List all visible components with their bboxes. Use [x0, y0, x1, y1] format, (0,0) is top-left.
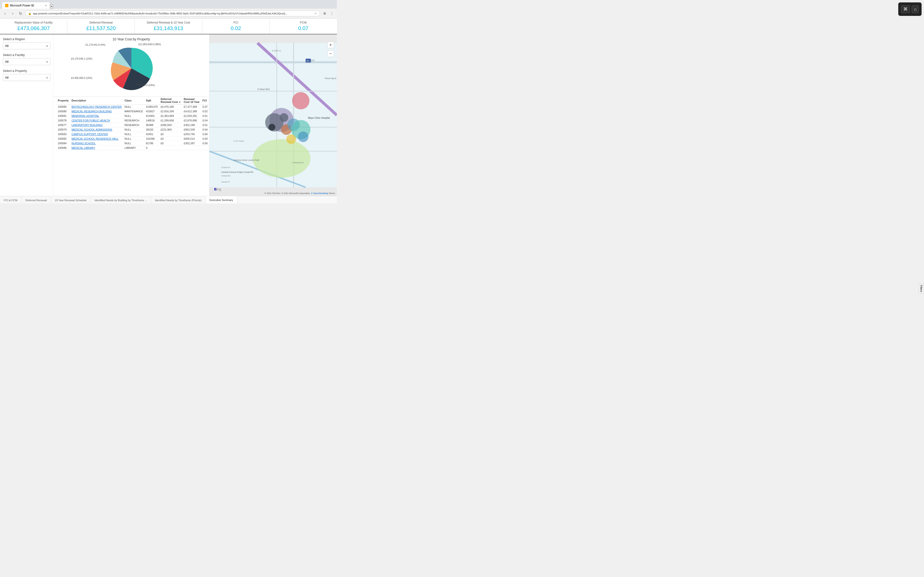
- filter-region-select[interactable]: All ∨: [3, 42, 50, 49]
- bottom-tab-0[interactable]: FCI & FCNI: [0, 196, 22, 203]
- bottom-tab-2[interactable]: 10 Year Renewal Schedule: [51, 196, 91, 203]
- filter-facility-select[interactable]: All ∨: [3, 58, 50, 65]
- cell-description[interactable]: MEDICAL SCHOOL RESIDENCE HALL: [70, 137, 123, 141]
- kpi-fci-value: 0.02: [206, 25, 266, 32]
- openstreetmap-link[interactable]: © OpenStreetMap: [311, 192, 328, 195]
- cell-renewal10: £7,377,469: [183, 105, 201, 109]
- table-row[interactable]: 100577 LABORATORY BUILDING RESEARCH 9548…: [56, 123, 209, 127]
- filter-facility-label: Select a Facility: [3, 53, 50, 57]
- map-zoom-in-button[interactable]: +: [327, 42, 334, 48]
- cell-property: 100585: [56, 105, 70, 109]
- lock-icon: 🔒: [28, 12, 32, 15]
- cell-fci: 0.04: [201, 127, 209, 132]
- table-row[interactable]: 100582 MEDICAL SCHOOL RESIDENCE HALL NUL…: [56, 137, 209, 141]
- cell-class: RESEARCH: [123, 118, 144, 123]
- address-bar[interactable]: 🔒 app.powerbi.com/reportEmbed?reportId=0…: [25, 11, 320, 16]
- kpi-deferred-value: £11,537,520: [71, 25, 131, 32]
- cell-deferred: £0: [159, 141, 182, 146]
- cell-deferred: £2,363,069: [159, 114, 182, 118]
- cell-property: 100579: [56, 127, 70, 132]
- new-tab-button[interactable]: +: [50, 4, 53, 9]
- extensions-button[interactable]: ⚙: [321, 10, 328, 16]
- cell-property: 100580: [56, 109, 70, 114]
- cell-property: 100577: [56, 123, 70, 127]
- table-row[interactable]: 100581 MEMORIAL HOSPITAL NULL 614401 £2,…: [56, 114, 209, 118]
- cell-sqft: 614401: [145, 114, 159, 118]
- map-bubble-black[interactable]: [268, 124, 275, 131]
- svg-text:Sunset Pl: Sunset Pl: [221, 181, 229, 183]
- forward-button[interactable]: ›: [10, 10, 16, 16]
- svg-text:C.A.P Canal: C.A.P Canal: [233, 140, 244, 142]
- browser-actions: ⚙ ⋮: [321, 10, 335, 16]
- kpi-deferred-label: Deferred Renewal: [71, 21, 131, 24]
- bottom-tab-1[interactable]: Deferred Renewal: [22, 196, 51, 203]
- active-tab[interactable]: ⚡ Microsoft Power BI ×: [2, 2, 50, 9]
- map-section: Loop 101 Pima Fwy E E Mayo Blvd Arizona …: [209, 34, 337, 196]
- bottom-tab-4[interactable]: Identified Needs by Timeframe (Priority): [151, 196, 206, 203]
- cell-description[interactable]: CENTER FOR PUBLIC HEALTH: [70, 118, 123, 123]
- table-row[interactable]: 100578 CENTER FOR PUBLIC HEALTH RESEARCH…: [56, 118, 209, 123]
- col-deferred[interactable]: DeferredRenewal Cost ▼: [159, 97, 182, 105]
- cell-renewal10: £952,539: [183, 127, 201, 132]
- cell-deferred: £221,903: [159, 127, 182, 132]
- star-icon[interactable]: ☆: [314, 12, 317, 15]
- data-table: Property Description Class Sqft Deferred…: [56, 97, 209, 150]
- col-sqft[interactable]: Sqft: [145, 97, 159, 105]
- cell-description[interactable]: LABORATORY BUILDING: [70, 123, 123, 127]
- cell-description[interactable]: MEMORIAL HOSPITAL: [70, 114, 123, 118]
- cell-sqft: 21081470: [145, 105, 159, 109]
- map-zoom-out-button[interactable]: −: [327, 50, 334, 57]
- cell-description[interactable]: MEDICAL LIBRARY: [70, 146, 123, 150]
- map-bubble-pink[interactable]: [292, 92, 309, 110]
- tab-bar: ⚡ Microsoft Power BI × +: [0, 0, 337, 9]
- cell-sqft: 410927: [145, 109, 159, 114]
- tab-label: Microsoft Power BI: [10, 4, 34, 7]
- app-container: Replacement Value of Facility £473,066,3…: [0, 19, 337, 203]
- cell-fci: [201, 146, 209, 150]
- chart-label-red: £4,406,460.0 (14%): [71, 77, 92, 79]
- chart-title: 10 Year Cost by Property: [56, 37, 206, 41]
- filter-property-chevron: ∨: [46, 76, 48, 79]
- cell-renewal10: £352,287: [183, 141, 201, 146]
- chart-label-lightblue: £1,174,441.9 (4%): [86, 44, 105, 46]
- chart-label-orange: £4,176,546.1 (13%): [71, 58, 92, 60]
- cell-sqft: 81796: [145, 141, 159, 146]
- col-class[interactable]: Class: [123, 97, 144, 105]
- col-description[interactable]: Description: [70, 97, 123, 105]
- table-row[interactable]: 100586 MEDICAL LIBRARY LIBRARY 0 100.00: [56, 146, 209, 150]
- cell-description[interactable]: MEDICAL SCHOOL ADMISSIONS: [70, 127, 123, 132]
- cell-property: 100581: [56, 114, 70, 118]
- svg-text:N 52nd St: N 52nd St: [221, 166, 230, 169]
- map-bubble-blue[interactable]: [298, 132, 309, 142]
- col-property[interactable]: Property: [56, 97, 70, 105]
- table-row[interactable]: 100580 MEDICAL RESEARCH BUILDING MANTENA…: [56, 109, 209, 114]
- kpi-deferred-10yr-label: Deferred Renewal & 10 Year Cost: [139, 21, 198, 24]
- cell-description[interactable]: MEDICAL RESEARCH BUILDING: [70, 109, 123, 114]
- menu-button[interactable]: ⋮: [329, 10, 335, 16]
- cell-deferred: [159, 146, 182, 150]
- table-row[interactable]: 100585 BIOTECHNOLOGY RESEARCH CENTER NUL…: [56, 105, 209, 109]
- col-fci[interactable]: FCI: [201, 97, 209, 105]
- cell-deferred: £360,503: [159, 123, 182, 127]
- table-row[interactable]: 100579 MEDICAL SCHOOL ADMISSIONS NULL 28…: [56, 127, 209, 132]
- table-row[interactable]: 100584 NURSING SCHOOL NULL 81796 £0 £352…: [56, 141, 209, 146]
- cell-fci: 0.04: [201, 118, 209, 123]
- tab-close-button[interactable]: ×: [45, 3, 47, 8]
- map-bubble-yellow[interactable]: [286, 134, 296, 144]
- bottom-tab-5[interactable]: Executive Summary: [206, 196, 237, 203]
- browser-chrome: ⚡ Microsoft Power BI × + ‹ › ↻ 🔒 app.pow…: [0, 0, 337, 19]
- bottom-tab-3[interactable]: Identified Needs by Building by Timefram…: [91, 196, 151, 203]
- cell-sqft: 42451: [145, 132, 159, 137]
- col-renewal10[interactable]: RenewalCost 10 Year: [183, 97, 201, 105]
- cell-sqft: 101095: [145, 137, 159, 141]
- filter-region-group: Select a Region All ∨: [3, 37, 50, 49]
- filter-property-select[interactable]: All ∨: [3, 74, 50, 81]
- back-button[interactable]: ‹: [2, 10, 8, 16]
- cell-description[interactable]: NURSING SCHOOL: [70, 141, 123, 146]
- cell-renewal10: £2,043,391: [183, 114, 201, 118]
- table-row[interactable]: 100583 CAMPUS SUPPORT CENTER NULL 42451 …: [56, 132, 209, 137]
- reload-button[interactable]: ↻: [17, 10, 24, 16]
- cell-deferred: £0: [159, 137, 182, 141]
- cell-description[interactable]: BIOTECHNOLOGY RESEARCH CENTER: [70, 105, 123, 109]
- cell-description[interactable]: CAMPUS SUPPORT CENTER: [70, 132, 123, 137]
